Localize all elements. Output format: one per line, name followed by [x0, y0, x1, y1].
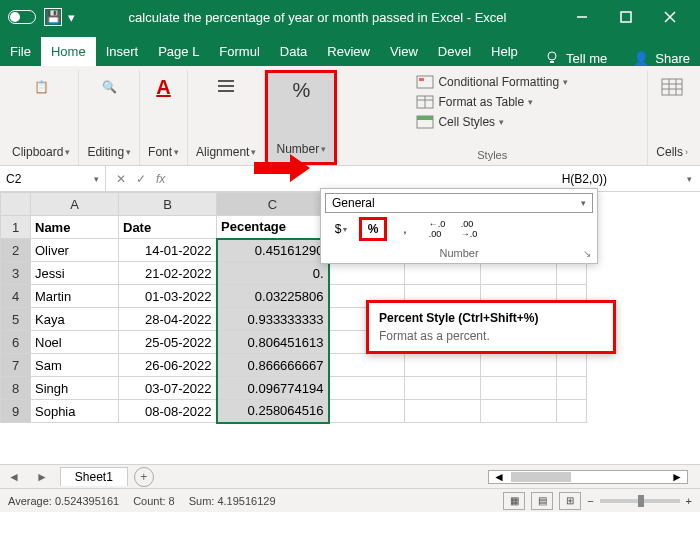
sheet-nav-next[interactable]: ►: [28, 470, 56, 484]
number-format-dropdown: General▾ $▾ % , ←.0.00 .00→.0 Number↘: [320, 188, 598, 264]
status-count: Count: 8: [133, 495, 175, 507]
group-alignment: Alignment▾: [188, 70, 265, 165]
alignment-icon[interactable]: [211, 72, 241, 102]
group-number[interactable]: % Number▾: [265, 70, 337, 165]
row-header[interactable]: 1: [1, 216, 31, 239]
share-button[interactable]: Share: [655, 51, 690, 66]
window-title: calculate the percentage of year or mont…: [75, 10, 560, 25]
increase-decimal-button[interactable]: ←.0.00: [423, 217, 451, 241]
tab-data[interactable]: Data: [270, 37, 317, 66]
group-cells: Cells›: [648, 70, 696, 165]
formula-bar[interactable]: H(B2,0)): [175, 172, 687, 186]
cell-styles[interactable]: Cell Styles▾: [410, 112, 574, 132]
table-icon: [416, 95, 434, 109]
col-header-A[interactable]: A: [31, 193, 119, 216]
save-icon[interactable]: 💾: [44, 8, 62, 26]
font-icon[interactable]: A: [149, 72, 179, 102]
tab-file[interactable]: File: [0, 37, 41, 66]
arrow-annotation: [254, 154, 310, 186]
status-sum: Sum: 4.19516129: [189, 495, 276, 507]
clipboard-icon[interactable]: 📋: [26, 72, 56, 102]
percent-tooltip: Percent Style (Ctrl+Shift+%) Format as a…: [366, 300, 616, 354]
sheet-tab[interactable]: Sheet1: [60, 467, 128, 486]
format-as-table[interactable]: Format as Table▾: [410, 92, 574, 112]
tab-view[interactable]: View: [380, 37, 428, 66]
percent-icon[interactable]: %: [286, 75, 316, 105]
percent-style-button[interactable]: %: [359, 217, 387, 241]
comma-style-button[interactable]: ,: [391, 217, 419, 241]
group-clipboard: 📋 Clipboard▾: [4, 70, 79, 165]
page-layout-view-icon[interactable]: ▤: [531, 492, 553, 510]
minimize-button[interactable]: [560, 0, 604, 34]
number-launcher[interactable]: ↘: [583, 248, 591, 259]
col-header-B[interactable]: B: [119, 193, 217, 216]
svg-rect-0: [621, 12, 631, 22]
group-editing: 🔍 Editing▾: [79, 70, 140, 165]
svg-rect-7: [662, 79, 682, 95]
tab-review[interactable]: Review: [317, 37, 380, 66]
normal-view-icon[interactable]: ▦: [503, 492, 525, 510]
accept-formula-icon[interactable]: ✓: [136, 172, 146, 186]
quick-access-more[interactable]: ▾: [68, 10, 75, 25]
cancel-formula-icon[interactable]: ✕: [116, 172, 126, 186]
sheet-nav-prev[interactable]: ◄: [0, 470, 28, 484]
decrease-decimal-button[interactable]: .00→.0: [455, 217, 483, 241]
svg-rect-3: [419, 78, 424, 81]
cell-styles-icon: [416, 115, 434, 129]
zoom-out-button[interactable]: −: [587, 495, 593, 507]
tell-me[interactable]: Tell me: [566, 51, 607, 66]
number-format-select[interactable]: General▾: [325, 193, 593, 213]
formula-expand[interactable]: ▾: [687, 174, 700, 184]
tab-insert[interactable]: Insert: [96, 37, 149, 66]
tab-home[interactable]: Home: [41, 37, 96, 66]
cond-fmt-icon: [416, 75, 434, 89]
status-average: Average: 0.524395161: [8, 495, 119, 507]
fx-icon[interactable]: fx: [156, 172, 165, 186]
tab-help[interactable]: Help: [481, 37, 528, 66]
find-icon[interactable]: 🔍: [94, 72, 124, 102]
maximize-button[interactable]: [604, 0, 648, 34]
horizontal-scrollbar[interactable]: ◄►: [488, 470, 688, 484]
svg-rect-6: [417, 116, 433, 120]
svg-point-1: [548, 52, 556, 60]
currency-button[interactable]: $▾: [327, 217, 355, 241]
close-button[interactable]: [648, 0, 692, 34]
cells-icon[interactable]: [657, 72, 687, 102]
autosave-toggle[interactable]: [8, 10, 36, 24]
col-header-C[interactable]: C: [217, 193, 329, 216]
svg-rect-2: [417, 76, 433, 88]
add-sheet-button[interactable]: +: [134, 467, 154, 487]
page-break-view-icon[interactable]: ⊞: [559, 492, 581, 510]
group-font: A Font▾: [140, 70, 188, 165]
bulb-icon: [544, 50, 560, 66]
tab-developer[interactable]: Devel: [428, 37, 481, 66]
tab-page-layout[interactable]: Page L: [148, 37, 209, 66]
tab-formulas[interactable]: Formul: [209, 37, 269, 66]
conditional-formatting[interactable]: Conditional Formatting▾: [410, 72, 574, 92]
zoom-slider[interactable]: [600, 499, 680, 503]
name-box[interactable]: C2▾: [0, 166, 106, 191]
zoom-in-button[interactable]: +: [686, 495, 692, 507]
select-all-corner[interactable]: [1, 193, 31, 216]
